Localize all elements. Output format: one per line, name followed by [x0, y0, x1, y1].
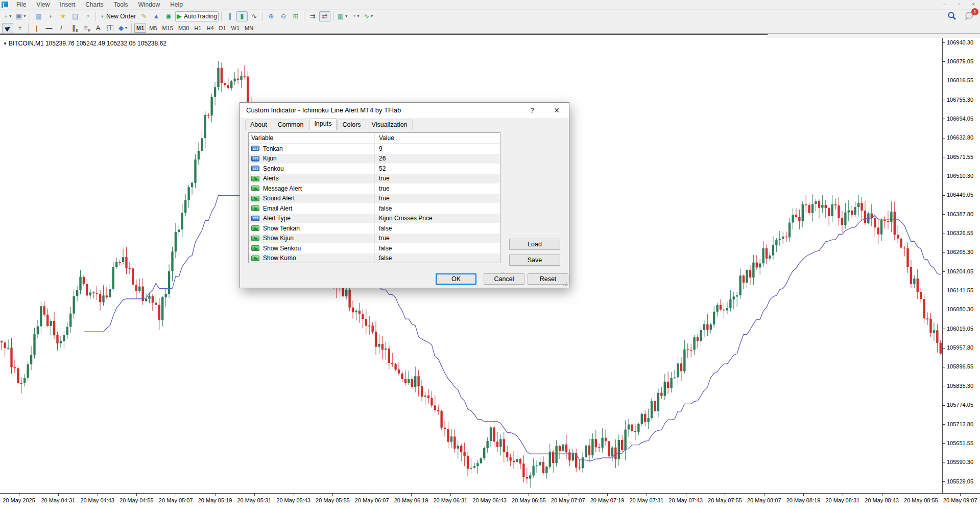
terminal-icon[interactable]: ▤: [69, 11, 81, 21]
value-cell[interactable]: true: [374, 183, 500, 194]
value-cell[interactable]: false: [374, 243, 500, 253]
chart-shift-icon[interactable]: ⇄: [319, 11, 330, 21]
navigator-icon[interactable]: ★: [57, 11, 68, 21]
candlestick-mode-icon[interactable]: ▮: [236, 11, 248, 21]
line-chart-mode-icon[interactable]: ∿: [249, 11, 260, 21]
dialog-close-icon[interactable]: ✕: [545, 103, 568, 118]
text-tool-icon[interactable]: A: [92, 23, 104, 33]
trendline-tool-icon[interactable]: /: [56, 23, 67, 33]
tab-visualization[interactable]: Visualization: [367, 120, 413, 130]
fibonacci-tool-icon[interactable]: ≡F: [80, 23, 91, 33]
arrows-tool-dropdown-icon[interactable]: ▾: [125, 26, 127, 30]
restore-button[interactable]: ▫: [955, 1, 963, 8]
cursor-tool-icon[interactable]: ▶: [2, 23, 13, 33]
value-cell[interactable]: false: [374, 203, 500, 214]
time-axis[interactable]: 20 May 202520 May 04:3120 May 04:4320 Ma…: [0, 493, 980, 509]
timeframe-w1[interactable]: W1: [229, 24, 242, 33]
market-watch-icon[interactable]: ▦: [33, 11, 44, 21]
vertical-line-tool-icon[interactable]: |: [31, 23, 42, 33]
value-cell[interactable]: 52: [374, 164, 500, 174]
period-presets-icon[interactable]: ◔▾: [350, 11, 361, 21]
metaeditor-icon[interactable]: ✎: [138, 11, 150, 21]
menu-insert[interactable]: Insert: [55, 0, 80, 9]
minimize-button[interactable]: –: [941, 1, 948, 8]
timeframe-m1[interactable]: M1: [134, 24, 146, 33]
indicators-list-icon[interactable]: ∿▾: [362, 11, 374, 21]
period-presets-dropdown-icon[interactable]: ▾: [357, 14, 360, 18]
value-cell[interactable]: 9: [374, 144, 500, 154]
input-row-message-alert[interactable]: ∿Message Alerttrue: [249, 183, 500, 194]
channel-tool-icon[interactable]: ∥E: [68, 23, 79, 33]
value-cell[interactable]: true: [374, 194, 500, 204]
tab-common[interactable]: Common: [273, 120, 309, 130]
menu-charts[interactable]: Charts: [80, 0, 108, 9]
save-button[interactable]: Save: [509, 254, 560, 266]
bar-chart-mode-icon[interactable]: ∥: [224, 11, 235, 21]
value-cell[interactable]: false: [374, 223, 500, 234]
tile-windows-icon[interactable]: ⊞: [290, 11, 301, 21]
chart-profiles-icon[interactable]: ▣▾: [14, 11, 27, 21]
timeframe-m5[interactable]: M5: [147, 24, 159, 33]
arrows-tool-icon[interactable]: ◆▾: [117, 23, 129, 33]
data-window-icon[interactable]: +: [45, 11, 56, 21]
tab-colors[interactable]: Colors: [337, 120, 366, 130]
timeframe-mn[interactable]: MN: [243, 24, 255, 33]
input-row-tenkan[interactable]: 123Tenkan9: [249, 144, 500, 154]
signals-icon[interactable]: ◉: [163, 11, 174, 21]
style-updater-icon[interactable]: ▲: [151, 11, 162, 21]
symbol-ohlc-label[interactable]: ▼BITCOIN,M1 105239.76 105242.49 105232.0…: [3, 40, 166, 47]
menu-window[interactable]: Window: [133, 0, 165, 9]
notifications-icon[interactable]: 1: [965, 11, 975, 22]
input-row-senkou[interactable]: 123Senkou52: [249, 164, 500, 174]
menu-help[interactable]: Help: [165, 0, 188, 9]
reset-button[interactable]: Reset: [528, 273, 568, 285]
menu-view[interactable]: View: [31, 0, 55, 9]
timeframe-m30[interactable]: M30: [176, 24, 191, 33]
strategy-tester-icon[interactable]: ◔: [82, 11, 93, 21]
value-cell[interactable]: 26: [374, 154, 500, 164]
new-chart-icon[interactable]: +▾: [2, 11, 13, 21]
horizontal-line-tool-icon[interactable]: —: [43, 23, 55, 33]
dialog-titlebar[interactable]: Custom Indicator - Ichimoku Line Alert M…: [240, 103, 569, 118]
auto-scroll-icon[interactable]: ⇉: [307, 11, 318, 21]
tab-about[interactable]: About: [245, 120, 272, 130]
templates-icon[interactable]: ▦▾: [336, 11, 349, 21]
zoom-out-icon[interactable]: ⊖: [278, 11, 289, 21]
input-row-show-tenkan[interactable]: ∿Show Tenkanfalse: [249, 223, 500, 234]
new-order-button[interactable]: +New Order: [99, 11, 137, 21]
value-cell[interactable]: false: [374, 253, 500, 264]
ok-button[interactable]: OK: [436, 273, 476, 285]
input-row-alerts[interactable]: ∿Alertstrue: [249, 174, 500, 184]
menu-file[interactable]: File: [11, 0, 31, 9]
input-row-sound-alert[interactable]: ∿Sound Alerttrue: [249, 194, 500, 204]
input-row-kijun[interactable]: 123Kijun26: [249, 154, 500, 164]
value-cell[interactable]: Kijun Crosses Price: [374, 214, 500, 224]
close-button[interactable]: ×: [970, 1, 977, 8]
templates-dropdown-icon[interactable]: ▾: [345, 14, 347, 18]
timeframe-m15[interactable]: M15: [160, 24, 175, 33]
value-cell[interactable]: true: [374, 234, 500, 244]
price-axis[interactable]: 106940.30106879.05106816.55106755.301066…: [942, 35, 980, 493]
zoom-in-icon[interactable]: ⊕: [266, 11, 277, 21]
label-tool-icon[interactable]: T: [105, 23, 116, 33]
search-icon[interactable]: [947, 11, 957, 20]
input-row-show-kumo[interactable]: ∿Show Kumofalse: [249, 253, 500, 264]
dialog-help-button[interactable]: ?: [521, 103, 543, 118]
autotrading-button[interactable]: ▶AutoTrading: [175, 11, 219, 21]
indicators-list-dropdown-icon[interactable]: ▾: [371, 14, 373, 18]
load-button[interactable]: Load: [509, 239, 560, 250]
input-row-email-alert[interactable]: ∿Email Alertfalse: [249, 203, 500, 214]
resize-grip[interactable]: [563, 282, 568, 287]
new-chart-dropdown-icon[interactable]: ▾: [9, 14, 11, 18]
timeframe-d1[interactable]: D1: [217, 24, 228, 33]
input-row-alert-type[interactable]: 123Alert TypeKijun Crosses Price: [249, 214, 500, 224]
input-row-show-kijun[interactable]: ∿Show Kijuntrue: [249, 234, 500, 244]
value-cell[interactable]: true: [374, 174, 500, 184]
timeframe-h1[interactable]: H1: [192, 24, 203, 33]
input-row-show-senkou[interactable]: ∿Show Senkoufalse: [249, 243, 500, 253]
tab-inputs[interactable]: Inputs: [309, 119, 337, 130]
menu-tools[interactable]: Tools: [109, 0, 133, 9]
crosshair-tool-icon[interactable]: +: [14, 23, 26, 33]
cancel-button[interactable]: Cancel: [484, 273, 524, 285]
timeframe-h4[interactable]: H4: [204, 24, 216, 33]
